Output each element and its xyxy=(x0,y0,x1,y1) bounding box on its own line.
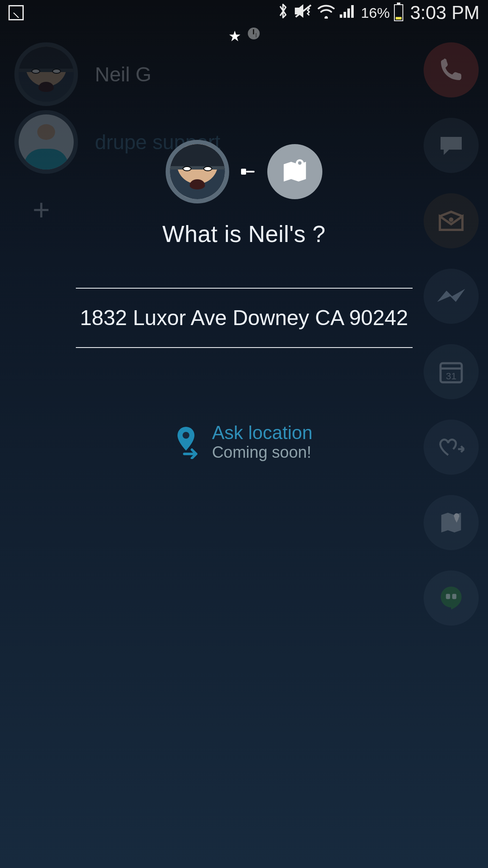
svg-rect-10 xyxy=(446,594,450,599)
location-modal: What is Neil's ? 1832 Luxor Ave Downey C… xyxy=(0,140,488,462)
battery-percent: 16% xyxy=(361,5,390,21)
bluetooth-icon xyxy=(277,3,289,23)
signal-icon xyxy=(340,3,357,22)
svg-point-12 xyxy=(298,161,302,165)
svg-point-9 xyxy=(454,513,459,519)
location-share-icon xyxy=(175,425,202,459)
map-icon xyxy=(438,509,464,536)
avatar-face-icon xyxy=(19,47,74,102)
ask-location-button[interactable]: Ask location Coming soon! xyxy=(175,422,312,462)
avatar xyxy=(14,42,78,106)
ask-location-title: Ask location xyxy=(212,422,312,443)
contact-name-label: Neil G xyxy=(95,63,151,86)
ask-location-subtitle: Coming soon! xyxy=(212,443,312,462)
avatar-face-icon xyxy=(170,144,225,199)
map-pin-icon xyxy=(280,157,310,186)
hangouts-icon xyxy=(438,584,464,612)
question-text: What is Neil's ? xyxy=(162,220,325,248)
contact-row[interactable]: Neil G xyxy=(14,42,151,106)
call-button[interactable] xyxy=(424,42,479,97)
status-right: 16% 3:03 PM xyxy=(277,2,480,23)
svg-rect-2 xyxy=(344,12,346,18)
tab-favorites[interactable]: ★ xyxy=(228,28,241,45)
phone-icon xyxy=(438,56,465,83)
status-left xyxy=(8,5,24,20)
connector-icon xyxy=(241,167,255,176)
navigate-button[interactable] xyxy=(424,495,479,550)
svg-rect-4 xyxy=(351,5,354,18)
hangouts-button[interactable] xyxy=(424,570,479,626)
address-input[interactable]: 1832 Luxor Ave Downey CA 90242 xyxy=(76,289,413,347)
address-block: 1832 Luxor Ave Downey CA 90242 xyxy=(76,288,413,348)
clock-time: 3:03 PM xyxy=(410,2,480,23)
app-screen: 16% 3:03 PM ★ Neil G drupe support + xyxy=(0,0,488,868)
status-bar: 16% 3:03 PM xyxy=(0,0,488,25)
svg-point-13 xyxy=(183,432,189,439)
avatar-action-pair xyxy=(166,140,322,203)
svg-rect-3 xyxy=(347,8,350,18)
svg-rect-11 xyxy=(452,594,456,599)
wifi-icon xyxy=(317,3,336,22)
ask-location-text: Ask location Coming soon! xyxy=(212,422,312,462)
tab-bar: ★ xyxy=(0,28,488,45)
contact-avatar[interactable] xyxy=(166,140,229,203)
navigate-action-button[interactable] xyxy=(267,144,322,199)
screenshot-icon xyxy=(8,5,24,20)
svg-rect-1 xyxy=(340,14,342,18)
vibrate-icon xyxy=(293,3,313,23)
tab-recent[interactable] xyxy=(248,28,260,39)
battery-icon xyxy=(394,4,403,21)
divider xyxy=(76,347,413,348)
